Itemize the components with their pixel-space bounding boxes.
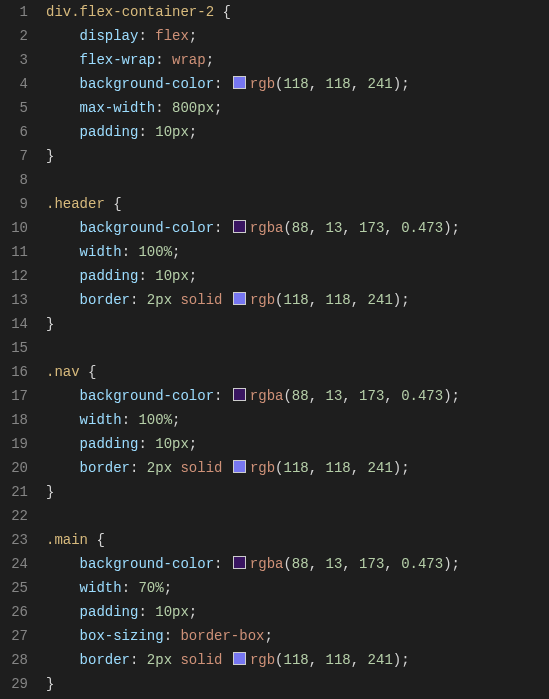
code-line[interactable]: background-color: rgb(118, 118, 241); (46, 72, 460, 96)
token-num: 241 (368, 76, 393, 92)
line-number: 3 (0, 48, 28, 72)
line-number: 7 (0, 144, 28, 168)
token-br: { (222, 4, 230, 20)
code-line[interactable]: background-color: rgba(88, 13, 173, 0.47… (46, 384, 460, 408)
token-pn: , (309, 556, 326, 572)
token-pn: , (309, 76, 326, 92)
token-pn: : (138, 436, 155, 452)
token-num: 0.473 (401, 220, 443, 236)
token-num: 118 (284, 292, 309, 308)
code-editor[interactable]: 1234567891011121314151617181920212223242… (0, 0, 549, 696)
token-prop: padding (80, 124, 139, 140)
code-line[interactable]: border: 2px solid rgb(118, 118, 241); (46, 456, 460, 480)
token-pn (46, 76, 80, 92)
token-pn: ; (189, 604, 197, 620)
line-number: 14 (0, 312, 28, 336)
code-line[interactable] (46, 336, 460, 360)
token-sel: div (46, 4, 71, 20)
token-pn: ( (283, 388, 291, 404)
code-line[interactable]: div.flex-container-2 { (46, 0, 460, 24)
code-line[interactable]: .main { (46, 528, 460, 552)
token-pn: : (130, 292, 147, 308)
code-line[interactable]: padding: 10px; (46, 120, 460, 144)
token-pn (222, 652, 230, 668)
token-pn: ; (401, 292, 409, 308)
code-line[interactable]: } (46, 480, 460, 504)
token-prop: width (80, 580, 122, 596)
token-val: flex (155, 28, 189, 44)
token-pn: ; (452, 556, 460, 572)
token-pn: ; (401, 76, 409, 92)
line-number-gutter: 1234567891011121314151617181920212223242… (0, 0, 46, 696)
token-func: rgba (250, 388, 284, 404)
token-pn: ; (452, 220, 460, 236)
code-line[interactable]: border: 2px solid rgb(118, 118, 241); (46, 288, 460, 312)
color-swatch-icon[interactable] (233, 652, 246, 665)
line-number: 20 (0, 456, 28, 480)
code-line[interactable]: padding: 10px; (46, 264, 460, 288)
token-pn: ) (393, 652, 401, 668)
line-number: 28 (0, 648, 28, 672)
token-num: 88 (292, 220, 309, 236)
code-line[interactable]: background-color: rgba(88, 13, 173, 0.47… (46, 552, 460, 576)
color-swatch-icon[interactable] (233, 76, 246, 89)
token-br: { (113, 196, 121, 212)
token-prop: background-color (80, 388, 214, 404)
token-pn: ; (164, 580, 172, 596)
code-line[interactable]: padding: 10px; (46, 600, 460, 624)
code-line[interactable]: background-color: rgba(88, 13, 173, 0.47… (46, 216, 460, 240)
token-num: 10px (155, 604, 189, 620)
line-number: 12 (0, 264, 28, 288)
token-prop: background-color (80, 220, 214, 236)
token-num: 2px (147, 460, 172, 476)
token-pn: , (351, 76, 368, 92)
color-swatch-icon[interactable] (233, 556, 246, 569)
line-number: 27 (0, 624, 28, 648)
line-number: 19 (0, 432, 28, 456)
code-line[interactable]: } (46, 672, 460, 696)
code-line[interactable]: .header { (46, 192, 460, 216)
code-line[interactable]: width: 100%; (46, 408, 460, 432)
line-number: 10 (0, 216, 28, 240)
token-pn: , (309, 460, 326, 476)
token-num: 88 (292, 388, 309, 404)
code-line[interactable]: } (46, 144, 460, 168)
token-pn: ; (401, 460, 409, 476)
code-line[interactable]: box-sizing: border-box; (46, 624, 460, 648)
token-pn (46, 292, 80, 308)
token-pn: ; (452, 388, 460, 404)
code-line[interactable]: flex-wrap: wrap; (46, 48, 460, 72)
code-line[interactable]: .nav { (46, 360, 460, 384)
token-pn: : (214, 220, 231, 236)
token-pn (46, 628, 80, 644)
code-content[interactable]: div.flex-container-2 { display: flex; fl… (46, 0, 460, 696)
token-num: 118 (283, 76, 308, 92)
token-pn: : (130, 460, 147, 476)
code-line[interactable]: padding: 10px; (46, 432, 460, 456)
token-val: solid (180, 292, 222, 308)
token-num: 13 (325, 220, 342, 236)
token-num: 2px (147, 292, 172, 308)
color-swatch-icon[interactable] (233, 460, 246, 473)
code-line[interactable]: width: 100%; (46, 240, 460, 264)
code-line[interactable]: } (46, 312, 460, 336)
color-swatch-icon[interactable] (233, 388, 246, 401)
code-line[interactable]: max-width: 800px; (46, 96, 460, 120)
code-line[interactable] (46, 504, 460, 528)
token-prop: width (80, 244, 122, 260)
token-pn: : (138, 124, 155, 140)
color-swatch-icon[interactable] (233, 292, 246, 305)
code-line[interactable] (46, 168, 460, 192)
token-pn: : (138, 28, 155, 44)
token-pn (46, 28, 80, 44)
code-line[interactable]: width: 70%; (46, 576, 460, 600)
token-pn: ( (283, 220, 291, 236)
token-pn (46, 388, 80, 404)
line-number: 25 (0, 576, 28, 600)
color-swatch-icon[interactable] (233, 220, 246, 233)
code-line[interactable]: display: flex; (46, 24, 460, 48)
token-num: 118 (326, 76, 351, 92)
token-pn (105, 196, 113, 212)
code-line[interactable]: border: 2px solid rgb(118, 118, 241); (46, 648, 460, 672)
token-num: 13 (325, 556, 342, 572)
